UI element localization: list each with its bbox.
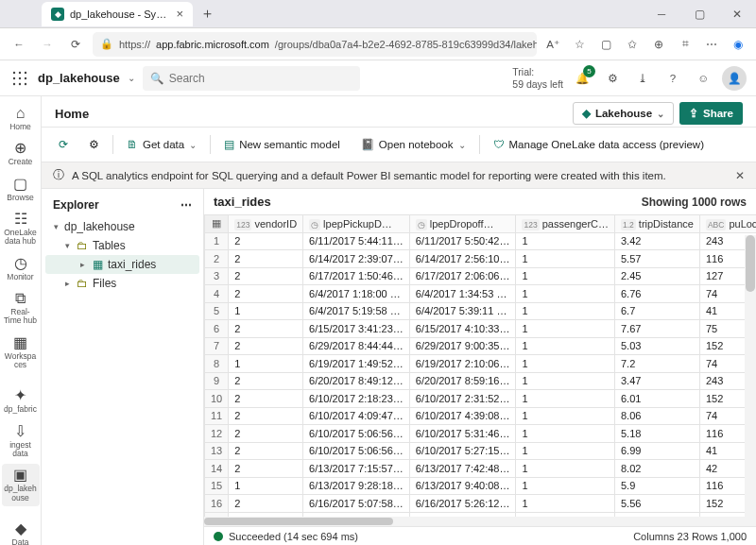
table-cell[interactable]: 2 — [229, 267, 303, 285]
table-cell[interactable]: 6.76 — [615, 285, 700, 303]
col-header[interactable]: 123passengerC… — [516, 215, 615, 233]
table-cell[interactable]: 6/13/2017 9:28:18… — [303, 477, 410, 495]
collections-square-icon[interactable]: ▢ — [595, 34, 616, 55]
explorer-more-icon[interactable]: ⋯ — [180, 198, 192, 212]
table-cell[interactable]: 1 — [516, 425, 615, 443]
table-cell[interactable]: 3.42 — [615, 232, 700, 250]
table-cell[interactable]: 6/10/2017 4:39:08… — [409, 407, 516, 425]
table-row[interactable]: 516/4/2017 5:19:58 …6/4/2017 5:39:11 …16… — [205, 302, 757, 320]
table-cell[interactable]: 6/11/2017 5:44:11… — [303, 232, 410, 250]
table-cell[interactable]: 1 — [516, 407, 615, 425]
rail-item-dp-fabric[interactable]: ✦dp_fabric — [2, 384, 40, 417]
table-cell[interactable]: 2 — [229, 372, 303, 390]
new-tab-button[interactable]: ＋ — [200, 5, 215, 23]
rail-item-data-engineering[interactable]: ◆Data Engineering — [2, 518, 40, 545]
horizontal-scrollbar[interactable] — [204, 517, 745, 526]
table-cell[interactable]: 6/15/2017 3:41:23… — [303, 320, 410, 338]
table-cell[interactable]: 8.02 — [615, 460, 700, 478]
table-cell[interactable]: 6/10/2017 5:06:56… — [303, 442, 410, 460]
table-cell[interactable]: 6/13/2017 7:42:48… — [409, 460, 516, 478]
table-row[interactable]: 226/14/2017 2:39:07…6/14/2017 2:56:10…15… — [205, 250, 757, 268]
table-cell[interactable]: 6/10/2017 2:31:52… — [409, 390, 516, 408]
table-row[interactable]: 816/19/2017 1:49:52…6/19/2017 2:10:06…17… — [205, 355, 757, 373]
table-cell[interactable]: 2 — [229, 495, 303, 513]
tree-root[interactable]: ▾dp_lakehouse — [45, 217, 199, 236]
table-cell[interactable]: 2 — [229, 250, 303, 268]
refresh-button[interactable]: ⟳ — [64, 33, 87, 56]
table-row[interactable]: 1326/10/2017 5:06:56…6/10/2017 5:27:15…1… — [205, 442, 757, 460]
browser-tab[interactable]: ◆ dp_lakehouse - Synapse Data E… × — [42, 2, 193, 26]
table-cell[interactable]: 1 — [229, 302, 303, 320]
rail-item-real-time-hub[interactable]: ⧉Real-Time hub — [2, 287, 40, 330]
table-cell[interactable]: 5.03 — [615, 337, 700, 355]
table-row[interactable]: 1426/13/2017 7:15:57…6/13/2017 7:42:48…1… — [205, 460, 757, 478]
table-cell[interactable]: 6/20/2017 8:49:12… — [303, 372, 410, 390]
table-row[interactable]: 426/4/2017 1:18:00 …6/4/2017 1:34:53 …16… — [205, 285, 757, 303]
table-cell[interactable]: 2 — [229, 442, 303, 460]
tab-close-icon[interactable]: × — [176, 7, 183, 21]
table-cell[interactable]: 5.18 — [615, 425, 700, 443]
table-cell[interactable]: 6/10/2017 5:06:56… — [303, 425, 410, 443]
help-icon[interactable]: ? — [662, 67, 684, 90]
table-row[interactable]: 1226/10/2017 5:06:56…6/10/2017 5:31:46…1… — [205, 425, 757, 443]
notifications-button[interactable]: 🔔5 — [571, 67, 593, 90]
table-row[interactable]: 726/29/2017 8:44:44…6/29/2017 9:00:35…15… — [205, 337, 757, 355]
url-input[interactable]: 🔒 https://app.fabric.microsoft.com/group… — [93, 32, 537, 57]
data-table[interactable]: ▦123vendorID◷lpepPickupD…◷lpepDropoff…12… — [204, 214, 756, 526]
table-cell[interactable]: 1 — [516, 442, 615, 460]
back-button[interactable]: ← — [8, 33, 30, 56]
table-cell[interactable]: 6/14/2017 2:56:10… — [409, 250, 516, 268]
trial-status[interactable]: Trial: 59 days left — [512, 66, 563, 89]
table-cell[interactable]: 5.9 — [615, 477, 700, 495]
table-cell[interactable]: 1 — [516, 355, 615, 373]
table-cell[interactable]: 6/10/2017 4:09:47… — [303, 407, 410, 425]
info-close-button[interactable]: ✕ — [735, 169, 745, 182]
lakehouse-mode-dropdown[interactable]: ◆ Lakehouse ⌄ — [573, 102, 674, 125]
table-cell[interactable]: 6/13/2017 9:40:08… — [409, 477, 516, 495]
feedback-icon[interactable]: ☺ — [692, 67, 714, 90]
app-title-chevron-icon[interactable]: ⌄ — [128, 73, 135, 83]
rail-item-dp-lakehouse[interactable]: ▣dp_lakehouse — [2, 464, 40, 506]
col-header[interactable]: ABCpuLocationId — [699, 215, 756, 233]
table-cell[interactable]: 1 — [516, 372, 615, 390]
table-cell[interactable]: 2 — [229, 390, 303, 408]
table-cell[interactable]: 6/14/2017 2:39:07… — [303, 250, 410, 268]
table-cell[interactable]: 6/15/2017 4:10:33… — [409, 320, 516, 338]
global-search[interactable]: 🔍 — [143, 66, 360, 91]
rail-item-browse[interactable]: ▢Browse — [2, 173, 40, 206]
table-row[interactable]: 1026/10/2017 2:18:23…6/10/2017 2:31:52…1… — [205, 390, 757, 408]
new-model-button[interactable]: ▤New semantic model — [216, 132, 348, 157]
table-cell[interactable]: 7.67 — [615, 320, 700, 338]
col-header[interactable]: ◷lpepPickupD… — [303, 215, 410, 233]
table-cell[interactable]: 6/4/2017 5:19:58 … — [303, 302, 410, 320]
table-cell[interactable]: 1 — [516, 320, 615, 338]
table-cell[interactable]: 6/4/2017 1:18:00 … — [303, 285, 410, 303]
table-cell[interactable]: 2 — [229, 407, 303, 425]
table-cell[interactable]: 1 — [516, 495, 615, 513]
table-cell[interactable]: 6/29/2017 9:00:35… — [409, 337, 516, 355]
rail-item-onelake-data-hub[interactable]: ☷OneLake data hub — [2, 208, 40, 250]
table-cell[interactable]: 1 — [516, 232, 615, 250]
table-cell[interactable]: 2 — [229, 285, 303, 303]
more-icon[interactable]: ⋯ — [701, 34, 722, 55]
close-window-button[interactable]: ✕ — [718, 0, 756, 28]
table-cell[interactable]: 3.47 — [615, 372, 700, 390]
rail-item-home[interactable]: ⌂Home — [2, 102, 40, 135]
maximize-button[interactable]: ▢ — [680, 0, 718, 28]
rail-item-ingest-data[interactable]: ⇩ingest data — [2, 420, 40, 463]
vertical-scrollbar[interactable] — [745, 235, 756, 526]
table-cell[interactable]: 1 — [229, 355, 303, 373]
table-cell[interactable]: 6/4/2017 5:39:11 … — [409, 302, 516, 320]
extensions-icon[interactable]: ⌗ — [675, 34, 696, 55]
collections-icon[interactable]: ⊕ — [648, 34, 669, 55]
rail-item-monitor[interactable]: ◷Monitor — [2, 252, 40, 285]
download-icon[interactable]: ⤓ — [631, 67, 654, 90]
table-cell[interactable]: 6/4/2017 1:34:53 … — [409, 285, 516, 303]
table-cell[interactable]: 6/10/2017 5:27:15… — [409, 442, 516, 460]
table-cell[interactable]: 6.99 — [615, 442, 700, 460]
table-cell[interactable]: 2 — [229, 320, 303, 338]
table-cell[interactable]: 2 — [229, 460, 303, 478]
table-cell[interactable]: 6/20/2017 8:59:16… — [409, 372, 516, 390]
table-cell[interactable]: 2 — [229, 337, 303, 355]
table-row[interactable]: 1516/13/2017 9:28:18…6/13/2017 9:40:08…1… — [205, 477, 757, 495]
